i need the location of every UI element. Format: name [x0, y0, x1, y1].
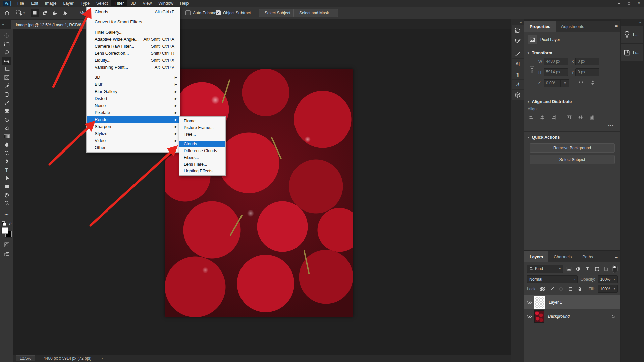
menu-layer[interactable]: Layer — [60, 0, 77, 6]
layer-row-layer1[interactable]: Layer 1 — [524, 295, 620, 309]
eyedropper-tool[interactable] — [2, 82, 11, 90]
menu-view[interactable]: View — [139, 0, 155, 6]
menu-select[interactable]: Select — [93, 0, 111, 6]
lock-position-icon[interactable] — [558, 287, 565, 291]
align-left-icon[interactable] — [528, 115, 534, 120]
menu-file[interactable]: File — [14, 0, 28, 6]
y-field[interactable]: 0 px — [575, 68, 599, 76]
history-panel-icon[interactable] — [512, 25, 524, 36]
panel-menu-icon[interactable]: ≡ — [615, 24, 618, 29]
dodge-tool[interactable] — [2, 149, 11, 157]
lasso-tool[interactable] — [2, 48, 11, 57]
blur-tool[interactable] — [2, 140, 11, 149]
lock-transparency-icon[interactable] — [540, 287, 546, 291]
learn-panel-tile[interactable]: L... — [621, 26, 643, 43]
color-swatches[interactable] — [2, 227, 12, 237]
filter-adjustment-layers-icon[interactable] — [575, 266, 582, 272]
menu-help[interactable]: Help — [177, 0, 192, 6]
paragraph-panel-icon[interactable]: ¶ — [516, 72, 519, 77]
layer-filter-kind-dropdown[interactable]: Kind ▾ — [527, 265, 563, 273]
history-brush-tool[interactable] — [2, 115, 11, 124]
new-selection-mode-icon[interactable] — [31, 9, 39, 17]
visibility-eye-icon[interactable] — [524, 314, 534, 318]
filter-shape-layers-icon[interactable] — [593, 266, 600, 272]
filter-menu-item-video[interactable]: Video▶ — [87, 137, 180, 144]
filter-menu-item-render[interactable]: Render▶ — [87, 116, 180, 123]
align-top-icon[interactable] — [567, 115, 572, 120]
height-field[interactable]: 5914 px — [544, 68, 568, 76]
width-field[interactable]: 4480 px — [544, 58, 568, 65]
tab-layers[interactable]: Layers — [524, 251, 548, 262]
edit-toolbar-icon[interactable]: ••• — [2, 210, 11, 219]
home-icon[interactable] — [4, 10, 10, 16]
brush-settings-panel-icon[interactable] — [515, 38, 521, 44]
filter-menu-item-convert-smart-filters[interactable]: Convert for Smart Filters — [87, 18, 180, 25]
move-tool[interactable] — [2, 32, 11, 40]
zoom-tool[interactable] — [2, 199, 11, 207]
filter-menu-item-blur[interactable]: Blur▶ — [87, 81, 180, 88]
filter-menu-item-noise[interactable]: Noise▶ — [87, 102, 180, 109]
filter-menu-item-clouds-repeat[interactable]: CloudsAlt+Ctrl+F — [87, 8, 180, 15]
render-item-difference-clouds[interactable]: Difference Clouds — [179, 147, 225, 154]
dock-collapse-icon[interactable]: « — [511, 19, 524, 25]
document-tab[interactable]: image.jpg @ 12.5% (Layer 1, RGB/8# — [11, 20, 89, 29]
libraries-panel-tile[interactable]: Li... — [621, 44, 643, 61]
menu-image[interactable]: Image — [42, 0, 60, 6]
render-item-lighting-effects[interactable]: Lighting Effects... — [179, 168, 225, 174]
render-item-lens-flare[interactable]: Lens Flare... — [179, 161, 225, 168]
brush-tool[interactable] — [2, 99, 11, 107]
filter-menu-item-lens-correction[interactable]: Lens Correction...Shift+Ctrl+R — [87, 50, 180, 57]
character-panel-icon[interactable]: A| — [516, 61, 520, 66]
foreground-color-swatch[interactable] — [2, 227, 8, 234]
angle-dropdown-icon[interactable]: ▾ — [560, 79, 569, 87]
hand-tool[interactable] — [2, 191, 11, 199]
flip-vertical-icon[interactable] — [590, 80, 595, 86]
auto-enhance-checkbox[interactable]: Auto-Enhance — [185, 10, 218, 15]
zoom-level-field[interactable]: 12.5% — [16, 355, 35, 361]
frame-tool[interactable] — [2, 73, 11, 82]
subtract-from-selection-mode-icon[interactable] — [51, 9, 59, 17]
screen-mode-icon[interactable] — [2, 250, 11, 259]
select-subject-button[interactable]: Select Subject — [259, 9, 296, 17]
x-field[interactable]: 0 px — [575, 58, 599, 65]
layer1-thumbnail[interactable] — [534, 296, 545, 309]
render-item-clouds[interactable]: Clouds — [179, 141, 225, 147]
lock-all-icon[interactable] — [577, 287, 583, 291]
render-item-tree[interactable]: Tree... — [179, 131, 225, 138]
filter-menu-item-pixelate[interactable]: Pixelate▶ — [87, 109, 180, 116]
align-section-header[interactable]: ▾ Align and Distribute — [524, 96, 620, 105]
fill-field[interactable]: 100% ▾ — [598, 285, 618, 293]
rectangular-marquee-tool[interactable] — [2, 40, 11, 48]
panel-menu-icon[interactable]: ≡ — [615, 254, 618, 259]
tab-properties[interactable]: Properties — [524, 21, 556, 32]
menu-3d[interactable]: 3D — [127, 0, 139, 6]
select-subject-quick-button[interactable]: Select Subject — [530, 155, 615, 164]
object-subtract-checkbox[interactable]: ✓ Object Subtract — [216, 10, 251, 15]
tab-channels[interactable]: Channels — [548, 251, 577, 262]
align-more-icon[interactable]: ••• — [524, 122, 620, 129]
link-dimensions-icon[interactable] — [530, 65, 534, 75]
align-bottom-icon[interactable] — [589, 115, 595, 120]
align-right-icon[interactable] — [551, 115, 556, 120]
toolbar-expand-icon[interactable]: » — [0, 22, 6, 27]
filter-type-layers-icon[interactable]: T — [584, 266, 591, 272]
crop-tool[interactable] — [2, 65, 11, 73]
rail-collapse-icon[interactable]: « — [621, 19, 644, 25]
tab-paths[interactable]: Paths — [577, 251, 598, 262]
filter-pixel-layers-icon[interactable] — [566, 266, 573, 272]
flip-horizontal-icon[interactable] — [578, 80, 584, 85]
cherries-photo[interactable] — [165, 69, 353, 317]
align-center-vertical-icon[interactable] — [578, 115, 583, 120]
remove-background-button[interactable]: Remove Background — [530, 143, 615, 153]
filter-menu-item-stylize[interactable]: Stylize▶ — [87, 130, 180, 137]
filter-menu-item-blur-gallery[interactable]: Blur Gallery▶ — [87, 88, 180, 95]
filter-menu-item-filter-gallery[interactable]: Filter Gallery... — [87, 28, 180, 36]
type-tool[interactable]: T — [2, 166, 11, 174]
filter-menu-item-distort[interactable]: Distort▶ — [87, 95, 180, 102]
lock-artboard-icon[interactable] — [567, 287, 574, 291]
document-dimensions[interactable]: 4480 px x 5914 px (72 ppi) — [44, 356, 91, 361]
quick-actions-header[interactable]: ▾ Quick Actions — [524, 132, 620, 141]
status-chevron-icon[interactable]: › — [101, 356, 103, 361]
maximize-button[interactable]: □ — [624, 0, 634, 7]
layer-filter-toggle[interactable] — [612, 265, 618, 273]
